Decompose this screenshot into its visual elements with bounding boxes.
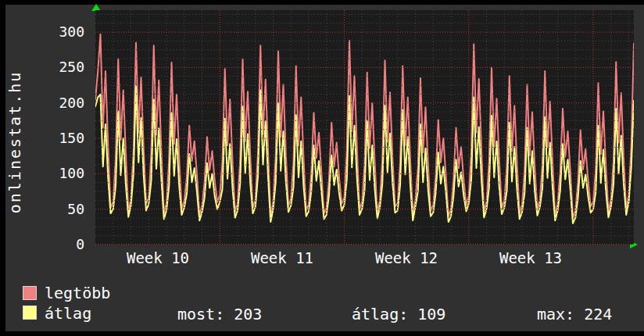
stat-now-label: most:	[177, 305, 224, 323]
x-tick-week10: Week 10	[103, 250, 213, 266]
chart-plot-area	[95, 10, 634, 245]
y-tick-300: 300	[28, 25, 84, 39]
y-tick-200: 200	[28, 96, 84, 110]
chart-svg	[95, 10, 634, 245]
legend-label-atlag: átlag	[45, 306, 91, 321]
stat-max-label: max:	[537, 305, 574, 323]
x-tick-week12: Week 12	[352, 250, 461, 266]
stat-max-value: 224	[584, 305, 612, 323]
stat-now-value: 203	[234, 305, 262, 323]
y-tick-150: 150	[28, 131, 84, 145]
stat-avg-label: átlag:	[352, 305, 408, 323]
x-tick-week13: Week 13	[476, 250, 585, 266]
y-tick-50: 50	[28, 202, 84, 216]
x-tick-week11: Week 11	[227, 250, 337, 266]
y-tick-0: 0	[28, 238, 84, 252]
stat-now: most:203	[177, 306, 262, 322]
stat-avg: átlag:109	[352, 306, 445, 322]
site-brand-vertical: onlinestat.hu	[5, 48, 25, 236]
legend-label-legtobb: legtöbb	[45, 285, 110, 301]
legend-swatch-atlag	[23, 306, 37, 320]
stat-avg-value: 109	[417, 305, 445, 323]
y-tick-250: 250	[28, 60, 84, 74]
legend-swatch-legtobb	[23, 286, 37, 300]
bottom-border-strip	[0, 331, 644, 336]
stat-max: max:224	[537, 306, 612, 322]
traffic-graph-screenshot: onlinestat.hu 0 50 100 150 200 250 300 W…	[0, 0, 644, 336]
y-tick-100: 100	[28, 166, 84, 181]
